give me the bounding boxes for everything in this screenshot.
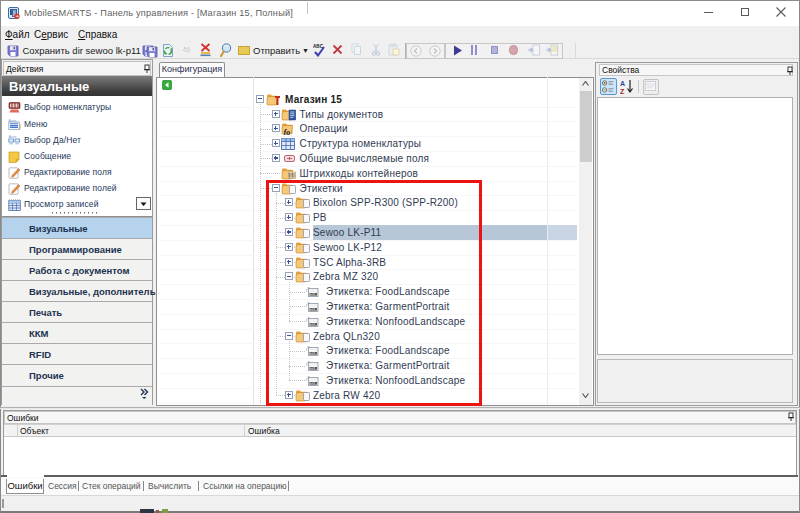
svg-text:fo: fo (284, 128, 291, 135)
svg-text:A: A (620, 80, 625, 87)
svg-text:Z: Z (620, 88, 625, 95)
svg-text:Auto: Auto (9, 135, 17, 139)
